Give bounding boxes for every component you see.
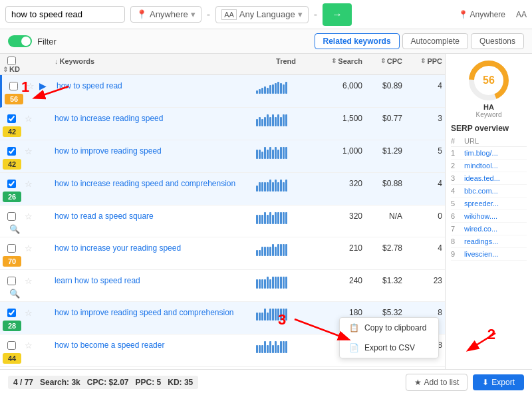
serp-row-num: 7 [451,225,464,233]
table-header: ↓ Keywords Trend ⇕ Search ⇕ CPC ⇕ PPC ⇕ [0,54,445,75]
row-keyword[interactable]: how to improve reading speed [55,146,256,156]
serp-row-link[interactable]: bbc.com... [464,187,527,195]
row-keyword[interactable]: how to become a speed reader [55,340,256,350]
filter-label: Filter [37,37,57,47]
header-search-col[interactable]: ⇕ Search [316,57,362,65]
serp-row-link[interactable]: livescien... [464,250,527,258]
toggle-knob [21,37,31,46]
row-checkbox-cell[interactable] [3,244,20,253]
row-checkbox[interactable] [7,277,16,285]
header-cpc-col[interactable]: ⇕ CPC [362,57,402,65]
tab-questions[interactable]: Questions [471,33,524,49]
sort-cpc-icon: ⇕ [380,57,386,65]
row-star[interactable]: ☆ [20,243,37,253]
kd-search-icon: 🔍 [9,289,20,299]
serp-row-link[interactable]: readings... [464,237,527,245]
search-input[interactable] [11,9,119,19]
row-star[interactable]: ☆ [20,308,37,318]
row-checkbox-cell[interactable] [3,180,20,188]
serp-row-link[interactable]: tim.blog/... [464,149,527,157]
row-kd: 56 [5,94,22,104]
serp-row-link[interactable]: wired.co... [464,225,527,233]
row-keyword[interactable]: how to improve reading speed and compreh… [55,308,256,317]
row-keyword[interactable]: how to increase reading speed and compre… [55,179,256,188]
row-cpc: $1.32 [362,276,402,285]
cpc-col-label: CPC [387,57,402,65]
sort-search-icon: ⇕ [331,57,336,65]
row-keyword[interactable]: learn how to speed read [55,276,256,285]
add-to-list-button[interactable]: ★ Add to list [406,374,468,391]
row-trend [256,143,316,159]
row-keyword[interactable]: how to read a speed square [55,211,256,221]
language-icon: AA [221,9,237,20]
select-all-checkbox[interactable] [7,57,16,65]
main-content: ↓ Keywords Trend ⇕ Search ⇕ CPC ⇕ PPC ⇕ [0,54,532,369]
export-button[interactable]: ⬇ Export [473,374,524,390]
row-trend [256,337,316,353]
tab-related-keywords[interactable]: Related keywords [315,33,400,49]
row-checkbox-cell[interactable] [3,309,20,317]
go-button[interactable]: → [323,3,352,26]
row-checkbox[interactable] [7,309,16,317]
header-ppc-col[interactable]: ⇕ PPC [402,57,442,65]
row-star[interactable]: ☆ [20,340,37,350]
row-arrow: ▶ [39,80,57,91]
serp-row: 7wired.co... [451,223,527,235]
row-checkbox-cell[interactable] [3,147,20,156]
export-to-csv-item[interactable]: 📄 Export to CSV [340,338,438,358]
row-cpc: $2.78 [362,243,402,253]
serp-row-link[interactable]: ideas.ted... [464,174,527,182]
row-checkbox[interactable] [7,114,16,123]
row-keyword[interactable]: how to speed read [57,81,256,90]
location-selector[interactable]: 📍 Anywhere ▾ [130,6,201,23]
row-checkbox[interactable] [7,180,16,188]
row-checkbox[interactable] [7,147,16,156]
kd-badge: 28 [3,321,21,331]
row-checkbox-cell[interactable] [3,114,20,123]
row-checkbox[interactable] [7,341,16,350]
tab-autocomplete[interactable]: Autocomplete [402,33,468,49]
sidebar-header-lang: AA [516,10,527,19]
serp-row-link[interactable]: wikihow.... [464,212,527,220]
row-trend [256,78,316,94]
table-row: ☆how to increase reading speed1,500$0.77… [0,108,445,140]
row-star[interactable]: ☆ [20,146,37,156]
serp-row-link[interactable]: mindtool... [464,162,527,170]
row-star[interactable]: ☆ [20,211,37,221]
kd-badge: 42 [3,159,21,170]
row-star[interactable]: ☆ [22,81,39,91]
footer-cpc-val: $2.07 [108,378,128,387]
header-checkbox-cell[interactable] [3,57,20,65]
kd-badge: 42 [3,126,21,137]
table-row: ☆how to read a speed square320N/A0🔍 [0,205,445,237]
copy-to-clipboard-item[interactable]: 📋 Copy to clipboard [340,318,438,338]
row-keyword[interactable]: how to increase reading speed [55,114,256,123]
serp-row-link[interactable]: spreeder... [464,199,527,207]
separator: - [207,9,210,21]
row-checkbox[interactable] [7,212,16,221]
row-cpc: N/A [362,211,402,221]
row-star[interactable]: ☆ [20,179,37,189]
row-star[interactable]: ☆ [20,276,37,286]
row-checkbox-cell[interactable] [5,82,22,90]
row-search: 320 [316,179,362,188]
row-keyword[interactable]: how to increase your reading speed [55,243,256,253]
header-keywords-col[interactable]: ↓ Keywords [55,57,256,65]
row-checkbox[interactable] [9,82,18,90]
row-checkbox-cell[interactable] [3,212,20,221]
search-box[interactable] [5,6,125,23]
row-kd: 🔍 [3,289,20,299]
language-selector[interactable]: AA Any Language ▾ [215,6,309,23]
footer-ppc-label: PPC: [136,378,155,387]
row-ppc: 3 [402,114,442,123]
row-star[interactable]: ☆ [20,114,37,124]
row-ppc: 23 [402,276,442,285]
row-checkbox[interactable] [7,244,16,253]
serp-row-num: 6 [451,212,464,220]
header-kd-col[interactable]: ⇕ KD [3,65,20,73]
filter-toggle[interactable] [8,35,32,47]
row-checkbox-cell[interactable] [3,341,20,350]
serp-row-num: 9 [451,250,464,258]
row-checkbox-cell[interactable] [3,277,20,285]
footer-kd-label: KD: [168,378,182,387]
